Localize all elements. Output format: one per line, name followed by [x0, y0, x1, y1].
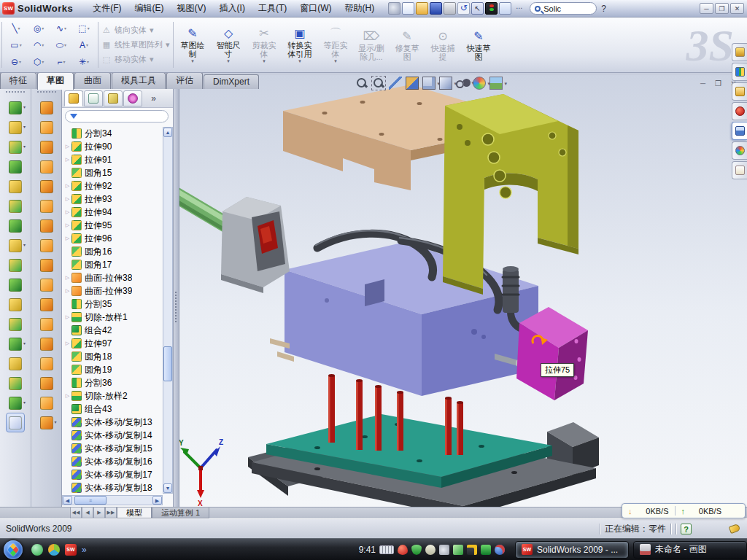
messenger-icon[interactable] — [31, 544, 43, 556]
scroll-right-button[interactable]: ▶ — [152, 496, 162, 505]
command-button[interactable]: ⌒ 等距实 体 ▾ — [319, 19, 353, 71]
expand-arrow-icon[interactable] — [63, 196, 71, 202]
tree-item[interactable]: 切除-放样1 — [63, 311, 163, 324]
restore-button[interactable]: ❐ — [715, 3, 729, 14]
taskbar-task-button[interactable]: 未命名 - 画图 — [633, 541, 747, 559]
tree-item[interactable]: 圆角15 — [63, 166, 163, 179]
dropdown-caret[interactable]: ▾ — [227, 58, 230, 64]
tree-item[interactable]: 实体-移动/复制18 — [63, 481, 163, 494]
tree-item[interactable]: 拉伸97 — [63, 337, 163, 350]
doc-minimize-button[interactable]: ─ — [697, 79, 709, 89]
messenger-tray-icon[interactable] — [495, 545, 505, 555]
prev-tab-button[interactable]: ◀ — [82, 508, 93, 518]
olive-bracket[interactable] — [443, 94, 578, 295]
custom-properties-icon[interactable] — [732, 161, 747, 179]
menu-item[interactable]: 工具(T) — [252, 0, 293, 17]
delete-body-icon[interactable] — [6, 216, 25, 236]
freeform-icon[interactable] — [37, 196, 56, 216]
trim-surface-icon[interactable] — [37, 354, 56, 373]
tree-item[interactable]: 组合42 — [63, 324, 163, 337]
close-button[interactable]: ✕ — [730, 3, 744, 14]
expand-arrow-icon[interactable] — [63, 144, 71, 149]
line-icon[interactable]: ╲ — [5, 20, 27, 36]
tree-item[interactable]: 圆角16 — [63, 245, 163, 258]
replace-face-icon[interactable] — [37, 334, 56, 354]
help-icon[interactable]: ? — [601, 4, 606, 14]
command-button[interactable]: ✎ 修复草 图 — [390, 19, 425, 71]
network-speed-widget[interactable]: ↓ 0KB/S ↑ 0KB/S — [622, 503, 746, 518]
toolbox-icon[interactable] — [732, 102, 747, 120]
slot-icon[interactable]: ⊖ — [5, 54, 27, 70]
tree-item[interactable]: 拉伸90 — [63, 140, 163, 153]
document-tab[interactable]: 模型 — [117, 508, 152, 518]
panel-splitter[interactable] — [174, 89, 179, 507]
expand-arrow-icon[interactable] — [63, 275, 71, 281]
expand-arrow-icon[interactable] — [63, 157, 71, 163]
menu-item[interactable]: 插入(I) — [213, 0, 252, 17]
toolbar-grip[interactable] — [6, 91, 25, 95]
ribbon-tab[interactable]: DimXpert — [204, 74, 259, 89]
sketch-fillet-icon[interactable]: ⌐ — [50, 54, 72, 70]
start-button[interactable] — [4, 540, 23, 559]
arc-icon[interactable]: ◠ — [28, 37, 50, 53]
design-library-icon[interactable] — [732, 82, 747, 101]
dimxpert-tab[interactable] — [123, 90, 142, 106]
tree-item[interactable]: 曲面-拉伸38 — [63, 271, 163, 284]
dropdown-caret[interactable]: ▾ — [166, 40, 170, 50]
rectangle-icon[interactable]: ▭ — [5, 37, 27, 53]
undo-icon[interactable]: ↺ — [457, 2, 470, 15]
save-icon[interactable] — [430, 2, 442, 15]
tree-item[interactable]: 拉伸94 — [63, 206, 163, 219]
taskbar-task-button[interactable]: SW SolidWorks 2009 - ... — [515, 541, 629, 559]
dropdown-caret[interactable]: ▾ — [334, 58, 337, 64]
boundary-surface-icon[interactable] — [37, 176, 56, 196]
next-tab-button[interactable]: ▶ — [93, 508, 105, 518]
hide-show-icon[interactable] — [456, 77, 469, 90]
revolved-surface-icon[interactable] — [37, 117, 56, 137]
extruded-boss-icon[interactable] — [6, 98, 25, 117]
tree-item[interactable]: 实体-移动/复制15 — [63, 442, 163, 455]
toolbar-grip[interactable] — [37, 91, 56, 95]
antivirus-icon[interactable] — [398, 545, 408, 555]
tree-item[interactable]: 实体-移动/复制16 — [63, 455, 163, 468]
chamfer-icon[interactable] — [6, 196, 25, 216]
tree-item[interactable]: 曲面-拉伸39 — [63, 284, 163, 298]
section-view-icon[interactable] — [406, 77, 419, 90]
ribbon-tab[interactable]: 特征 — [0, 72, 36, 89]
ribbon-tab[interactable]: 模具工具 — [112, 72, 166, 89]
feature-tree-tab[interactable] — [64, 90, 83, 106]
extruded-surface-icon[interactable] — [37, 98, 56, 117]
cert-icon[interactable] — [425, 545, 436, 555]
dropdown-caret[interactable]: ▾ — [150, 55, 154, 64]
mold-block[interactable] — [270, 242, 538, 396]
ribbon-tab[interactable]: 评估 — [166, 72, 203, 89]
tree-item[interactable]: 实体-移动/复制17 — [63, 468, 163, 481]
sketch-text-icon[interactable]: A — [73, 37, 95, 53]
dropdown-caret[interactable]: ▾ — [150, 26, 154, 35]
options-icon[interactable] — [499, 2, 511, 15]
print-icon[interactable] — [444, 2, 456, 15]
combine-icon[interactable] — [6, 255, 25, 275]
expand-arrow-icon[interactable] — [63, 236, 71, 241]
guard-icon[interactable] — [481, 545, 491, 555]
game-icon[interactable] — [48, 544, 60, 556]
dropdown-caret[interactable]: ▾ — [191, 58, 194, 64]
expand-arrow-icon[interactable] — [63, 222, 71, 228]
tree-horizontal-scrollbar[interactable]: ◀ ≡ ▶ — [62, 495, 163, 505]
tree-item[interactable]: 拉伸95 — [63, 219, 163, 232]
scroll-up-button[interactable]: ▲ — [163, 128, 172, 137]
home-icon[interactable] — [732, 43, 747, 61]
tree-item[interactable]: 实体-移动/复制14 — [63, 429, 163, 442]
magnify-icon[interactable] — [389, 77, 402, 90]
file-explorer-icon[interactable] — [732, 122, 747, 140]
expand-arrow-icon[interactable] — [63, 209, 71, 215]
offset-surface-icon[interactable] — [37, 236, 56, 255]
knit-surface-icon[interactable] — [37, 255, 56, 275]
expand-arrow-icon[interactable] — [63, 288, 71, 294]
split-icon[interactable] — [6, 295, 25, 314]
tree-item[interactable]: 分割35 — [63, 298, 163, 311]
appearance-icon[interactable] — [473, 77, 486, 90]
plane-icon[interactable] — [6, 354, 25, 373]
command-button[interactable]: ▣ 转换实 体引用 ▾ — [283, 19, 317, 71]
spline-icon[interactable]: ∿ — [50, 20, 72, 36]
